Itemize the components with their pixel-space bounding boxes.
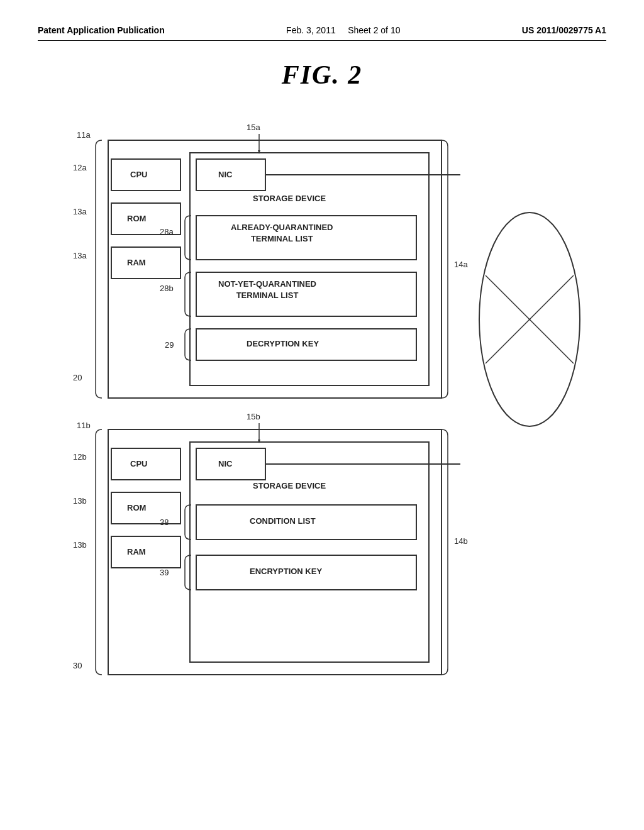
label-28a-ref: 13a [73,251,87,260]
label-13b-ram: 13b [73,540,87,550]
label-14a: 14a [454,260,468,269]
label-38: 38 [160,517,169,527]
text-cpu-bottom: CPU [130,459,147,468]
header-sheet: Sheet 2 of 10 [348,25,400,35]
label-15a: 15a [247,123,260,132]
label-39: 39 [160,568,169,577]
header-patent-number: US 2011/0029775 A1 [522,25,606,35]
label-11b: 11b [77,421,91,430]
header-date: Feb. 3, 2011 [286,25,336,35]
label-28a: 28a [160,227,174,236]
diagram: 15a 15b 11a 12a 13a 13a 20 14a CPU ROM R… [52,121,592,782]
page: Patent Application Publication Feb. 3, 2… [0,0,644,830]
label-11a: 11a [77,130,91,140]
header-date-sheet: Feb. 3, 2011 Sheet 2 of 10 [286,25,400,35]
text-encryption-key: ENCRYPTION KEY [250,567,322,576]
text-already-quarantined: ALREADY-QUARANTINEDTERMINAL LIST [231,222,333,245]
header-publication-label: Patent Application Publication [38,25,165,35]
label-30: 30 [73,661,82,670]
svg-rect-12 [190,442,429,662]
text-ram-top: RAM [127,258,146,267]
svg-rect-11 [108,429,441,675]
label-12b: 12b [73,452,87,462]
svg-rect-4 [111,247,180,279]
label-14b: 14b [454,536,468,546]
text-not-yet-quarantined: NOT-YET-QUARANTINEDTERMINAL LIST [218,279,316,301]
label-15b: 15b [247,412,260,421]
label-28b: 28b [160,284,174,293]
label-20: 20 [73,373,82,382]
figure-title: FIG. 2 [38,60,606,90]
text-rom-bottom: ROM [127,503,146,512]
text-storage-top: STORAGE DEVICE [253,194,326,203]
label-12a: 12a [73,163,87,172]
text-nic-bottom: NIC [218,459,232,468]
text-condition-list: CONDITION LIST [250,516,316,526]
text-rom-top: ROM [127,214,146,223]
label-13b: 13b [73,496,87,506]
svg-rect-1 [190,153,429,385]
svg-rect-0 [108,140,441,398]
text-nic-top: NIC [218,170,232,179]
text-cpu-top: CPU [130,170,147,179]
text-storage-bottom: STORAGE DEVICE [253,481,326,490]
page-header: Patent Application Publication Feb. 3, 2… [38,25,606,41]
svg-rect-15 [111,536,180,568]
text-decryption-key: DECRYPTION KEY [247,339,319,348]
text-ram-bottom: RAM [127,547,146,556]
label-13a: 13a [73,207,87,216]
label-29: 29 [165,340,174,350]
